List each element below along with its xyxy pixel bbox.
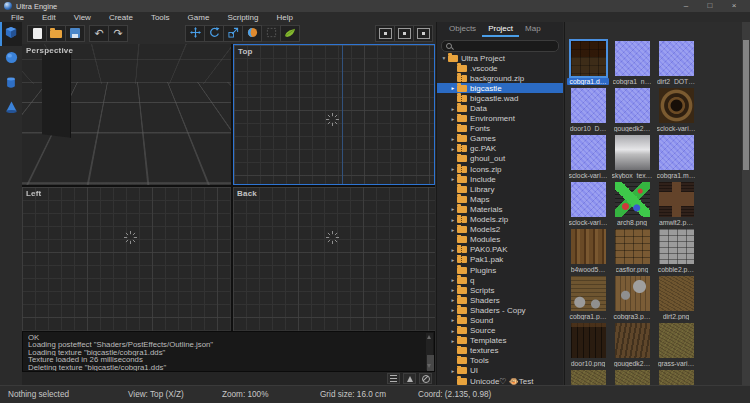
texture-item[interactable]: grass-vari… — [566, 368, 610, 385]
texture-item[interactable]: cobgra3.p… — [610, 274, 654, 321]
texture-item[interactable]: gougedk2… — [610, 321, 654, 368]
scale-tool-button[interactable] — [223, 25, 243, 42]
save-button[interactable] — [65, 25, 85, 42]
viewport-back[interactable]: Back — [233, 187, 435, 331]
chevron-right-icon[interactable]: ▸ — [449, 257, 457, 263]
tree-item[interactable]: ▸UI — [437, 366, 563, 376]
scroll-up-icon[interactable] — [427, 335, 431, 339]
open-folder-button[interactable] — [46, 25, 66, 42]
texture-item[interactable]: skybox_tex… — [610, 133, 654, 180]
chevron-right-icon[interactable]: ▸ — [449, 166, 457, 172]
cylinder-primitive-button[interactable] — [0, 72, 22, 96]
error-filter-button[interactable] — [419, 373, 432, 384]
redo-button[interactable]: ↷ — [108, 25, 128, 42]
chevron-right-icon[interactable]: ▸ — [449, 328, 457, 334]
chevron-right-icon[interactable]: ▸ — [449, 227, 457, 233]
texture-item[interactable]: grass-vari… — [610, 368, 654, 385]
tree-item[interactable]: Tools — [437, 356, 563, 366]
console-scrollbar[interactable] — [426, 333, 433, 370]
tab-project[interactable]: Project — [482, 23, 519, 37]
new-file-button[interactable] — [27, 25, 47, 42]
texture-thumbnail[interactable] — [571, 88, 606, 123]
tree-item[interactable]: ▸Data — [437, 103, 563, 113]
texture-thumbnail[interactable] — [571, 323, 606, 358]
texture-scrollbar[interactable] — [742, 22, 750, 385]
layout-double-button[interactable] — [394, 25, 414, 42]
texture-thumbnail[interactable] — [571, 276, 606, 311]
tree-item[interactable]: ▾Ultra Project — [437, 53, 563, 63]
chevron-right-icon[interactable]: ▸ — [449, 85, 457, 91]
texture-thumbnail[interactable] — [659, 88, 694, 123]
vegetation-tool-button[interactable] — [280, 25, 300, 42]
texture-item[interactable]: door10.png — [566, 321, 610, 368]
chevron-right-icon[interactable]: ▸ — [449, 146, 457, 152]
texture-thumbnail[interactable] — [615, 323, 650, 358]
layout-single-button[interactable] — [375, 25, 395, 42]
menu-create[interactable]: Create — [100, 12, 142, 23]
chevron-right-icon[interactable]: ▸ — [449, 217, 457, 223]
texture-thumbnail[interactable] — [615, 41, 650, 76]
tree-item[interactable]: ▸Icons.zip — [437, 164, 563, 174]
tree-item[interactable]: ▸Source — [437, 326, 563, 336]
tree-item[interactable]: .vscode — [437, 63, 563, 73]
chevron-right-icon[interactable]: ▸ — [449, 368, 457, 374]
chevron-right-icon[interactable]: ▸ — [449, 116, 457, 122]
tree-item[interactable]: ▸Scripts — [437, 285, 563, 295]
viewport-perspective[interactable]: Perspective — [22, 44, 231, 185]
viewport-left[interactable]: Left — [22, 187, 231, 331]
texture-item[interactable]: casflor.png — [610, 227, 654, 274]
tree-item[interactable]: ▸Include — [437, 174, 563, 184]
chevron-right-icon[interactable]: ▸ — [449, 297, 457, 303]
tree-item[interactable]: Maps — [437, 194, 563, 204]
texture-item[interactable]: grass.png — [654, 368, 698, 385]
tab-objects[interactable]: Objects — [443, 23, 482, 37]
menu-tools[interactable]: Tools — [142, 12, 179, 23]
cone-primitive-button[interactable] — [0, 97, 22, 121]
undo-button[interactable]: ↶ — [89, 25, 109, 42]
chevron-right-icon[interactable]: ▸ — [449, 106, 457, 112]
menu-game[interactable]: Game — [179, 12, 219, 23]
texture-thumbnail[interactable] — [659, 182, 694, 217]
texture-thumbnail[interactable] — [615, 135, 650, 170]
tree-item[interactable]: ▸Materials — [437, 204, 563, 214]
texture-item[interactable]: grass-vari… — [654, 321, 698, 368]
tree-item[interactable]: ▸Pak1.pak — [437, 255, 563, 265]
chevron-right-icon[interactable]: ▸ — [449, 176, 457, 182]
texture-item[interactable]: gougedk2… — [610, 86, 654, 133]
texture-item[interactable]: sclock-vari… — [654, 86, 698, 133]
tree-item[interactable]: ▸Environment — [437, 114, 563, 124]
viewport-top[interactable]: Top — [233, 44, 435, 185]
texture-item[interactable]: sclock-vari… — [566, 180, 610, 227]
tree-item[interactable]: ▸bigcastle — [437, 83, 563, 93]
chevron-right-icon[interactable]: ▸ — [449, 136, 457, 142]
move-tool-button[interactable] — [185, 25, 205, 42]
tree-item[interactable]: Fonts — [437, 124, 563, 134]
texture-thumbnail[interactable] — [615, 88, 650, 123]
texture-item[interactable]: amwlt2.p… — [654, 180, 698, 227]
texture-item[interactable]: arch8.png — [610, 180, 654, 227]
menu-edit[interactable]: Edit — [33, 12, 65, 23]
tree-item[interactable]: textures — [437, 346, 563, 356]
texture-thumbnail[interactable] — [571, 41, 606, 76]
tab-map[interactable]: Map — [519, 23, 547, 37]
tree-item[interactable]: ▸Models.zip — [437, 215, 563, 225]
texture-thumbnail[interactable] — [659, 323, 694, 358]
paint-tool-button[interactable] — [242, 25, 262, 42]
texture-thumbnail[interactable] — [659, 229, 694, 264]
warning-filter-button[interactable] — [403, 373, 416, 384]
maximize-button[interactable]: □ — [698, 0, 722, 12]
menu-scripting[interactable]: Scripting — [218, 12, 267, 23]
texture-thumbnail[interactable] — [571, 135, 606, 170]
texture-item[interactable]: cobgra1.p… — [566, 274, 610, 321]
texture-item[interactable]: cobgra1_n… — [610, 39, 654, 86]
tree-item[interactable]: ▸Shaders — [437, 295, 563, 305]
tree-item[interactable]: Unicode♡ 🐵Test — [437, 376, 563, 385]
scrollbar-thumb[interactable] — [743, 40, 749, 170]
texture-thumbnail[interactable] — [659, 370, 694, 385]
box-primitive-button[interactable] — [0, 22, 22, 46]
texture-thumbnail[interactable] — [659, 276, 694, 311]
tree-item[interactable]: ▸Templates — [437, 336, 563, 346]
texture-thumbnail[interactable] — [571, 182, 606, 217]
texture-item[interactable]: dirt2_DOT… — [654, 39, 698, 86]
tree-item[interactable]: ▸Models2 — [437, 225, 563, 235]
